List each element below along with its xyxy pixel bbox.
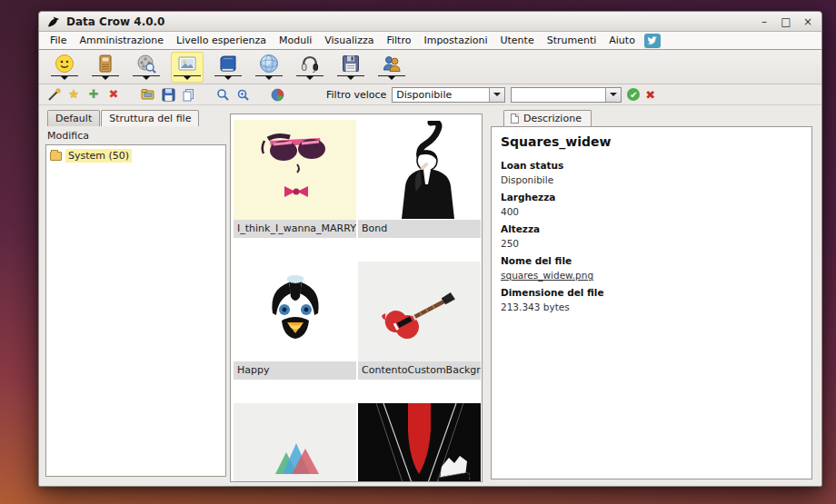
open-icon[interactable] <box>141 87 155 102</box>
thumbnail-image-penguin-face <box>234 262 356 361</box>
web-module-button[interactable] <box>253 52 285 83</box>
file-name-link[interactable]: squares_widew.png <box>501 268 802 284</box>
thumbnail-view: I_think_I_wanna_MARRY_YOU <box>230 114 483 482</box>
description-content: Squares_widew Loan status Disponibile La… <box>491 126 812 479</box>
book-module-button[interactable] <box>212 52 244 83</box>
field-value: Disponibile <box>501 173 802 189</box>
field-loan-status: Loan status Disponibile <box>501 158 802 189</box>
tree-panel-tabs: Default Struttura del file <box>45 110 226 126</box>
field-altezza: Altezza 250 <box>501 222 802 252</box>
contacts-module-button[interactable] <box>375 52 408 83</box>
field-nome-del-file: Nome del file squares_widew.png <box>501 253 802 284</box>
field-value: 250 <box>501 236 802 252</box>
thumbnail-image-triangle-mountains <box>234 403 356 482</box>
quick-search-combo[interactable] <box>511 87 622 103</box>
chart-icon[interactable] <box>270 87 284 102</box>
tree-panel: Default Struttura del file Modifica Syst… <box>45 110 226 482</box>
images-module-button[interactable] <box>171 52 204 83</box>
tab-default[interactable]: Default <box>47 110 100 126</box>
book-module-icon <box>217 53 239 74</box>
thumbnail-title: Happy <box>234 361 356 380</box>
content-area: Default Struttura del file Modifica Syst… <box>39 106 821 486</box>
field-larghezza: Larghezza 400 <box>501 190 802 221</box>
menu-impostazioni[interactable]: Impostazioni <box>418 33 493 48</box>
close-button[interactable]: × <box>801 15 814 28</box>
window-title: Data Crow 4.0.0 <box>66 15 758 28</box>
software-module-button[interactable] <box>334 52 367 83</box>
apply-filter-button[interactable]: ✔ <box>627 88 640 101</box>
item-title: Squares_widew <box>501 134 802 149</box>
menu-file[interactable]: File <box>45 33 72 48</box>
smiley-module-button[interactable] <box>48 52 81 83</box>
thumbnail-image-sunglasses-and-bow <box>234 120 356 220</box>
menu-amministrazione[interactable]: Amministrazione <box>74 33 169 48</box>
tree-item-label: System (50) <box>65 149 132 163</box>
quick-filter-combo[interactable]: Disponibile <box>392 87 505 103</box>
quick-search-value <box>512 88 605 102</box>
minimize-button[interactable]: – <box>758 15 771 28</box>
thumbnail-image-suit-and-red-tie <box>358 403 481 482</box>
field-value: 400 <box>501 204 802 221</box>
find-replace-icon[interactable] <box>235 87 250 102</box>
tab-descrizione-label: Descrizione <box>523 113 582 124</box>
thumbnail-item[interactable]: ContentoCustomBackground <box>358 262 481 380</box>
menu-aiuto[interactable]: Aiuto <box>603 33 641 48</box>
thumbnail-item[interactable] <box>234 403 356 482</box>
crow-logo-icon <box>46 15 60 28</box>
card-catalog-module-button[interactable] <box>89 52 122 83</box>
edit-label: Modifica <box>47 130 226 142</box>
tab-descrizione[interactable]: Descrizione <box>503 110 592 126</box>
thumbnail-title: Bond <box>358 220 481 238</box>
module-toolbar <box>39 50 821 84</box>
software-module-icon <box>340 53 362 74</box>
field-dimensione-del-file: Dimensione del file 213.343 bytes <box>501 285 802 316</box>
star-icon[interactable]: ★ <box>66 87 81 102</box>
save-icon[interactable] <box>161 87 175 102</box>
field-label: Larghezza <box>501 190 802 204</box>
audio-module-button[interactable] <box>294 52 326 83</box>
file-tree: System (50) <box>45 144 226 477</box>
menu-utente[interactable]: Utente <box>494 33 539 48</box>
thumbnail-item[interactable]: Bond <box>358 120 481 238</box>
thumbnail-item[interactable] <box>358 403 481 482</box>
combo-arrow-icon[interactable] <box>605 88 621 102</box>
combo-arrow-icon[interactable] <box>489 88 504 102</box>
menubar: File Amministrazione Livello esperienza … <box>39 32 821 50</box>
thumbnail-title: I_think_I_wanna_MARRY_YOU <box>234 220 356 238</box>
description-panel: Descrizione Squares_widew Loan status Di… <box>491 110 812 482</box>
thumbnail-image-red-guitar <box>358 262 481 361</box>
web-module-icon <box>258 53 280 74</box>
menu-visualizza[interactable]: Visualizza <box>319 33 379 48</box>
thumbnail-image-man-smoking <box>358 120 481 220</box>
thumbnail-title: ContentoCustomBackground <box>358 361 481 380</box>
twitter-bird-icon[interactable] <box>644 34 661 48</box>
menu-livello-esperienza[interactable]: Livello esperienza <box>171 33 272 48</box>
tab-struttura-del-file[interactable]: Struttura del file <box>101 110 199 126</box>
thumbnail-item[interactable]: I_think_I_wanna_MARRY_YOU <box>234 120 356 238</box>
copy-icon[interactable] <box>181 87 195 102</box>
field-label: Loan status <box>501 158 802 173</box>
menu-strumenti[interactable]: Strumenti <box>542 33 602 48</box>
quick-filter-label: Filtro veloce <box>326 89 386 101</box>
add-icon[interactable]: ✚ <box>86 87 101 102</box>
delete-icon[interactable]: ✖ <box>106 87 121 102</box>
movie-search-module-button[interactable] <box>130 52 163 83</box>
titlebar: Data Crow 4.0.0 – □ × <box>39 12 821 32</box>
smiley-module-icon <box>54 53 75 74</box>
wand-icon[interactable] <box>46 87 61 102</box>
contacts-module-icon <box>381 53 403 74</box>
document-icon <box>511 114 519 124</box>
maximize-button[interactable]: □ <box>780 15 792 28</box>
field-label: Dimensione del file <box>501 285 802 300</box>
images-module-icon <box>176 53 198 74</box>
menu-moduli[interactable]: Moduli <box>274 33 317 48</box>
clear-filter-button[interactable]: ✖ <box>645 88 655 102</box>
audio-module-icon <box>299 53 321 74</box>
quick-filter-value: Disponibile <box>393 88 489 102</box>
card-catalog-module-icon <box>95 53 116 74</box>
menu-filtro[interactable]: Filtro <box>381 33 416 48</box>
folder-icon <box>50 152 62 161</box>
thumbnail-item[interactable]: Happy <box>234 262 356 380</box>
tree-item-system[interactable]: System (50) <box>50 149 222 163</box>
search-icon[interactable] <box>215 87 230 102</box>
